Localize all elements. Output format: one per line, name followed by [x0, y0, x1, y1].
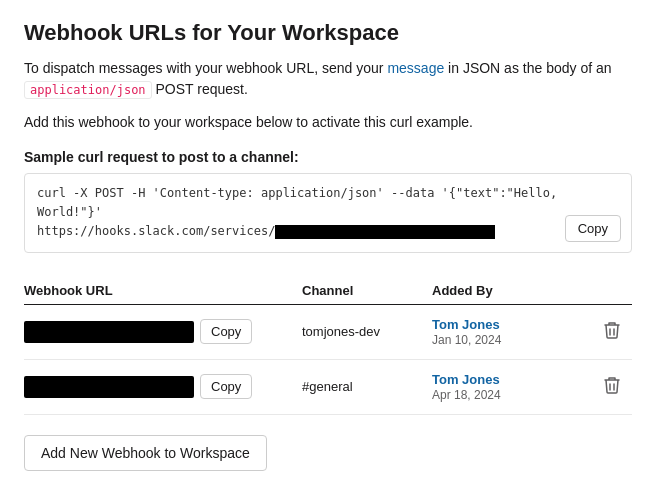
code-copy-button[interactable]: Copy	[565, 215, 621, 242]
delete-button-1[interactable]	[600, 317, 624, 347]
channel-cell-2: #general	[302, 379, 432, 394]
page-title: Webhook URLs for Your Workspace	[24, 20, 632, 46]
intro-text-end: POST request.	[152, 81, 248, 97]
add-webhook-button[interactable]: Add New Webhook to Workspace	[24, 435, 267, 471]
code-line-2: https://hooks.slack.com/services/	[37, 222, 619, 241]
intro-text-after: in JSON as the body of an	[444, 60, 611, 76]
intro-text-before: To dispatch messages with your webhook U…	[24, 60, 387, 76]
webhook-url-redacted-2	[24, 376, 194, 398]
code-url-redacted	[275, 225, 495, 239]
col-header-webhook-url: Webhook URL	[24, 283, 302, 298]
added-by-date-1: Jan 10, 2024	[432, 333, 501, 347]
code-line-2-prefix: https://hooks.slack.com/services/	[37, 224, 275, 238]
webhook-url-cell-2: Copy	[24, 374, 302, 399]
code-line-1: curl -X POST -H 'Content-type: applicati…	[37, 184, 619, 222]
table-header: Webhook URL Channel Added By	[24, 277, 632, 305]
delete-cell-1	[592, 317, 632, 347]
table-row: Copy tomjones-dev Tom Jones Jan 10, 2024	[24, 305, 632, 360]
message-link[interactable]: message	[387, 60, 444, 76]
added-by-name-1[interactable]: Tom Jones	[432, 317, 592, 332]
col-header-actions	[592, 283, 632, 298]
row-copy-button-1[interactable]: Copy	[200, 319, 252, 344]
added-by-cell-1: Tom Jones Jan 10, 2024	[432, 317, 592, 347]
table-row: Copy #general Tom Jones Apr 18, 2024	[24, 360, 632, 415]
webhook-url-cell-1: Copy	[24, 319, 302, 344]
add-webhook-note: Add this webhook to your workspace below…	[24, 112, 632, 133]
col-header-channel: Channel	[302, 283, 432, 298]
content-type-code: application/json	[24, 81, 152, 99]
added-by-date-2: Apr 18, 2024	[432, 388, 501, 402]
intro-paragraph: To dispatch messages with your webhook U…	[24, 58, 632, 100]
col-header-added-by: Added By	[432, 283, 592, 298]
added-by-name-2[interactable]: Tom Jones	[432, 372, 592, 387]
delete-button-2[interactable]	[600, 372, 624, 402]
channel-cell-1: tomjones-dev	[302, 324, 432, 339]
added-by-cell-2: Tom Jones Apr 18, 2024	[432, 372, 592, 402]
code-block: curl -X POST -H 'Content-type: applicati…	[24, 173, 632, 253]
sample-label: Sample curl request to post to a channel…	[24, 149, 632, 165]
webhook-url-redacted-1	[24, 321, 194, 343]
row-copy-button-2[interactable]: Copy	[200, 374, 252, 399]
delete-cell-2	[592, 372, 632, 402]
